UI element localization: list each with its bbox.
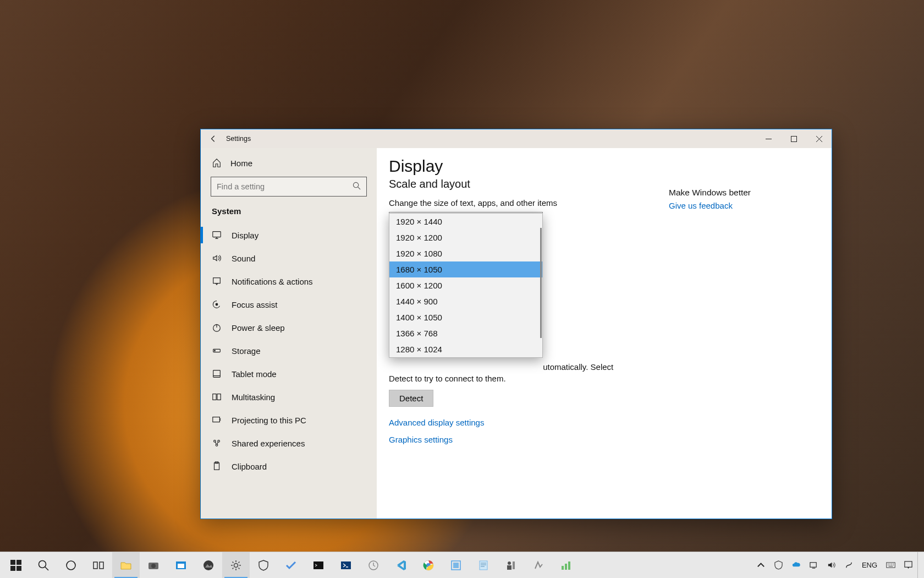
svg-point-14 (216, 444, 218, 446)
sidebar-item-notifications[interactable]: Notifications & actions (201, 270, 377, 293)
section-scale-layout: Scale and layout (389, 178, 630, 190)
tray-onedrive-icon[interactable] (788, 552, 804, 579)
sidebar-item-clipboard[interactable]: Clipboard (201, 455, 377, 478)
sidebar-item-label: Multitasking (232, 392, 275, 402)
resolution-option[interactable]: 924 × 578 (389, 261, 542, 277)
resolution-option[interactable]: 1366 × 768 (389, 325, 542, 341)
svg-rect-10 (217, 394, 221, 400)
tray-action-center-icon[interactable] (900, 552, 916, 579)
taskbar-app-mail[interactable] (167, 552, 195, 579)
resolution-option[interactable]: 1400 × 1050 (389, 309, 542, 325)
back-button[interactable] (201, 129, 226, 148)
taskbar-app-vscode[interactable] (387, 552, 415, 579)
sidebar-item-label: Display (232, 231, 258, 240)
svg-rect-42 (562, 566, 564, 570)
sidebar-item-shared[interactable]: Shared experiences (201, 432, 377, 455)
sidebar-item-projecting[interactable]: Projecting to this PC (201, 408, 377, 432)
settings-sidebar: Home System DisplaySoundNotifications & … (201, 148, 377, 519)
tray-keyboard-icon[interactable] (882, 552, 899, 579)
sidebar-item-power[interactable]: Power & sleep (201, 316, 377, 339)
tray-overflow-button[interactable] (752, 552, 769, 579)
sound-icon (212, 253, 222, 263)
svg-rect-38 (480, 561, 487, 570)
taskbar-app-clock[interactable] (360, 552, 387, 579)
task-view-button[interactable] (85, 552, 112, 579)
sidebar-item-label: Notifications & actions (232, 277, 313, 286)
minimize-button[interactable] (756, 129, 781, 148)
svg-rect-0 (791, 136, 796, 141)
sidebar-item-display[interactable]: Display (201, 223, 377, 247)
resolution-option[interactable]: 1920 × 1080 (389, 246, 542, 261)
svg-point-21 (39, 560, 46, 568)
svg-rect-44 (568, 561, 570, 570)
tray-volume-icon[interactable] (823, 552, 839, 579)
dropdown-scrollbar[interactable] (540, 228, 542, 338)
taskbar-app-security[interactable] (250, 552, 277, 579)
tray-security-icon[interactable] (770, 552, 787, 579)
svg-rect-45 (810, 563, 816, 568)
svg-rect-31 (314, 561, 323, 569)
sidebar-home[interactable]: Home (201, 151, 377, 175)
resolution-option[interactable]: 1920 × 1200 (389, 230, 542, 246)
advanced-display-link[interactable]: Advanced display settings (389, 418, 630, 427)
close-button[interactable] (806, 129, 832, 148)
window-title: Settings (226, 135, 251, 143)
search-button[interactable] (30, 552, 57, 579)
svg-point-22 (67, 561, 75, 570)
taskbar-app-photos[interactable] (195, 552, 222, 579)
tray-input-icon[interactable] (840, 552, 857, 579)
sidebar-item-focus[interactable]: Focus assist (201, 293, 377, 316)
taskbar-app-todo[interactable] (277, 552, 305, 579)
resolution-option[interactable]: 1280 × 1024 (389, 341, 542, 357)
sidebar-item-label: Sound (232, 254, 255, 263)
sidebar-item-sound[interactable]: Sound (201, 247, 377, 270)
sidebar-item-storage[interactable]: Storage (201, 339, 377, 362)
shared-icon (212, 438, 222, 448)
power-icon (212, 323, 222, 332)
svg-point-26 (151, 564, 156, 568)
page-title: Display (389, 157, 630, 176)
svg-point-7 (215, 350, 216, 351)
titlebar: Settings (201, 129, 832, 148)
taskbar-app-chrome[interactable] (415, 552, 442, 579)
taskbar-app-notepad[interactable] (470, 552, 497, 579)
taskbar-app-generic3[interactable] (525, 552, 552, 579)
svg-rect-17 (10, 560, 15, 565)
search-box[interactable] (211, 177, 367, 197)
multitasking-icon (212, 392, 222, 402)
show-desktop-button[interactable] (917, 552, 922, 579)
sidebar-item-multitasking[interactable]: Multitasking (201, 385, 377, 408)
taskbar-app-generic4[interactable] (552, 552, 580, 579)
start-button[interactable] (2, 552, 30, 579)
taskbar-app-powershell[interactable] (332, 552, 360, 579)
sidebar-item-tablet[interactable]: Tablet mode (201, 362, 377, 385)
display-icon (212, 230, 222, 240)
sidebar-item-label: Clipboard (232, 462, 267, 471)
taskbar-app-generic2[interactable] (497, 552, 525, 579)
taskbar-app-settings[interactable] (222, 552, 250, 579)
tray-network-icon[interactable] (805, 552, 822, 579)
settings-window: Settings Home (200, 129, 832, 519)
graphics-settings-link[interactable]: Graphics settings (389, 435, 630, 444)
give-feedback-link[interactable]: Give us feedback (669, 201, 733, 210)
taskbar-app-camera[interactable] (140, 552, 167, 579)
taskbar-app-generic1[interactable] (442, 552, 470, 579)
taskbar-app-terminal[interactable] (305, 552, 332, 579)
resolution-option[interactable]: 1440 × 900 (389, 293, 542, 309)
maximize-button[interactable] (781, 129, 806, 148)
detect-button[interactable]: Detect (389, 390, 433, 407)
svg-rect-43 (565, 564, 567, 570)
sidebar-item-label: Focus assist (232, 300, 277, 309)
svg-rect-47 (904, 561, 911, 567)
svg-rect-41 (513, 561, 515, 569)
cortana-button[interactable] (57, 552, 85, 579)
multiple-displays-description: Older displays might not always connect … (389, 361, 625, 384)
search-icon (353, 182, 361, 192)
resolution-option[interactable]: 1600 × 1200 (389, 277, 542, 293)
resolution-option[interactable]: 1920 × 1440 (389, 214, 542, 230)
search-input[interactable] (217, 182, 353, 191)
svg-rect-11 (213, 417, 220, 422)
tray-language-indicator[interactable]: ENG (858, 552, 881, 579)
svg-rect-40 (507, 565, 512, 570)
taskbar-app-file-explorer[interactable] (112, 552, 140, 579)
